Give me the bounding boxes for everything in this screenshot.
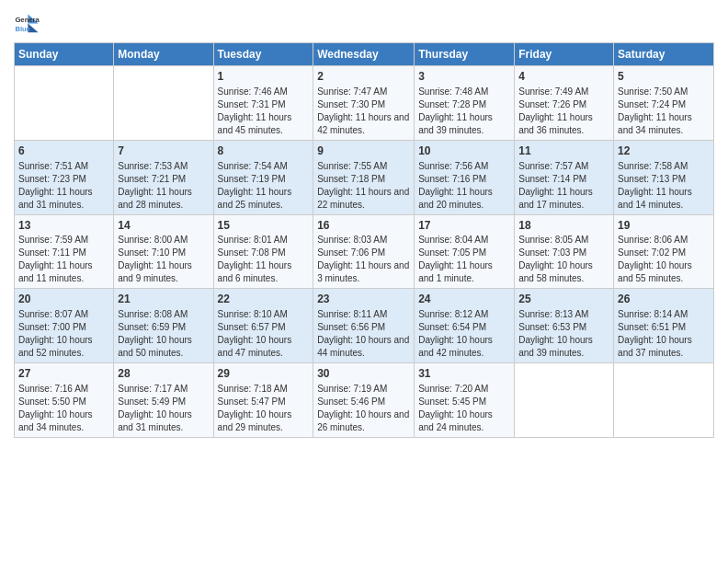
day-cell: 24Sunrise: 8:12 AMSunset: 6:54 PMDayligh… <box>415 289 515 363</box>
day-cell: 3Sunrise: 7:48 AMSunset: 7:28 PMDaylight… <box>415 66 515 141</box>
svg-text:General: General <box>15 16 40 24</box>
week-row-5: 27Sunrise: 7:16 AMSunset: 5:50 PMDayligh… <box>15 363 714 438</box>
week-row-2: 6Sunrise: 7:51 AMSunset: 7:23 PMDaylight… <box>15 140 714 214</box>
day-cell: 22Sunrise: 8:10 AMSunset: 6:57 PMDayligh… <box>213 289 313 363</box>
day-cell: 25Sunrise: 8:13 AMSunset: 6:53 PMDayligh… <box>515 289 614 363</box>
day-number: 1 <box>218 69 310 85</box>
day-cell: 29Sunrise: 7:18 AMSunset: 5:47 PMDayligh… <box>213 363 313 438</box>
day-number: 14 <box>118 218 209 234</box>
daylight-text: Daylight: 11 hours and 39 minutes. <box>418 111 510 137</box>
daylight-text: Daylight: 10 hours and 39 minutes. <box>518 334 609 360</box>
weekday-header-thursday: Thursday <box>415 43 515 66</box>
logo: General Blue <box>14 9 40 35</box>
day-cell: 16Sunrise: 8:03 AMSunset: 7:06 PMDayligh… <box>313 214 415 289</box>
sunrise-text: Sunrise: 8:13 AM <box>518 308 609 321</box>
day-number: 2 <box>317 69 410 85</box>
day-number: 28 <box>118 366 209 382</box>
day-cell: 4Sunrise: 7:49 AMSunset: 7:26 PMDaylight… <box>515 66 614 141</box>
cell-content: Sunrise: 8:00 AMSunset: 7:10 PMDaylight:… <box>118 234 209 285</box>
sunrise-text: Sunrise: 7:50 AM <box>618 86 710 98</box>
sunset-text: Sunset: 5:50 PM <box>18 396 109 408</box>
cell-content: Sunrise: 7:18 AMSunset: 5:47 PMDaylight:… <box>218 383 310 434</box>
day-cell <box>114 66 213 141</box>
sunrise-text: Sunrise: 8:07 AM <box>18 308 109 321</box>
day-cell: 14Sunrise: 8:00 AMSunset: 7:10 PMDayligh… <box>114 214 213 289</box>
sunset-text: Sunset: 7:05 PM <box>418 247 510 259</box>
cell-content: Sunrise: 7:47 AMSunset: 7:30 PMDaylight:… <box>317 86 410 137</box>
daylight-text: Daylight: 11 hours and 42 minutes. <box>317 111 410 137</box>
daylight-text: Daylight: 11 hours and 34 minutes. <box>618 111 710 137</box>
day-cell: 5Sunrise: 7:50 AMSunset: 7:24 PMDaylight… <box>614 66 714 141</box>
sunrise-text: Sunrise: 8:12 AM <box>418 308 510 321</box>
daylight-text: Daylight: 11 hours and 1 minute. <box>418 259 510 285</box>
sunset-text: Sunset: 7:02 PM <box>618 247 710 259</box>
cell-content: Sunrise: 8:13 AMSunset: 6:53 PMDaylight:… <box>518 308 609 360</box>
sunrise-text: Sunrise: 8:03 AM <box>317 234 410 247</box>
day-number: 24 <box>418 292 510 307</box>
sunrise-text: Sunrise: 8:01 AM <box>218 234 310 247</box>
cell-content: Sunrise: 8:11 AMSunset: 6:56 PMDaylight:… <box>317 308 410 360</box>
sunset-text: Sunset: 5:49 PM <box>118 396 209 408</box>
day-number: 20 <box>18 292 109 307</box>
day-number: 13 <box>18 218 109 234</box>
day-number: 25 <box>518 292 609 307</box>
day-number: 7 <box>118 144 209 159</box>
sunset-text: Sunset: 7:21 PM <box>118 173 209 186</box>
week-row-3: 13Sunrise: 7:59 AMSunset: 7:11 PMDayligh… <box>15 214 714 289</box>
day-number: 16 <box>317 218 410 234</box>
day-number: 10 <box>418 144 510 159</box>
sunset-text: Sunset: 7:19 PM <box>218 173 310 186</box>
day-number: 6 <box>18 144 109 159</box>
day-cell: 28Sunrise: 7:17 AMSunset: 5:49 PMDayligh… <box>114 363 213 438</box>
day-number: 21 <box>118 292 209 307</box>
day-cell: 21Sunrise: 8:08 AMSunset: 6:59 PMDayligh… <box>114 289 213 363</box>
sunrise-text: Sunrise: 7:20 AM <box>418 383 510 396</box>
calendar-table: SundayMondayTuesdayWednesdayThursdayFrid… <box>14 42 714 438</box>
sunset-text: Sunset: 7:26 PM <box>518 98 609 111</box>
sunrise-text: Sunrise: 7:56 AM <box>418 160 510 173</box>
sunset-text: Sunset: 7:23 PM <box>18 173 109 186</box>
daylight-text: Daylight: 11 hours and 20 minutes. <box>418 186 510 212</box>
weekday-header-monday: Monday <box>114 43 213 66</box>
daylight-text: Daylight: 10 hours and 50 minutes. <box>118 334 209 360</box>
day-number: 3 <box>418 69 510 85</box>
cell-content: Sunrise: 7:58 AMSunset: 7:13 PMDaylight:… <box>618 160 710 212</box>
daylight-text: Daylight: 11 hours and 3 minutes. <box>317 259 410 285</box>
day-number: 27 <box>18 366 109 382</box>
day-cell: 7Sunrise: 7:53 AMSunset: 7:21 PMDaylight… <box>114 140 213 214</box>
day-cell: 1Sunrise: 7:46 AMSunset: 7:31 PMDaylight… <box>213 66 313 141</box>
sunrise-text: Sunrise: 7:55 AM <box>317 160 410 173</box>
day-cell: 26Sunrise: 8:14 AMSunset: 6:51 PMDayligh… <box>614 289 714 363</box>
day-cell: 19Sunrise: 8:06 AMSunset: 7:02 PMDayligh… <box>614 214 714 289</box>
weekday-header-tuesday: Tuesday <box>213 43 313 66</box>
daylight-text: Daylight: 11 hours and 11 minutes. <box>18 259 109 285</box>
sunset-text: Sunset: 7:16 PM <box>418 173 510 186</box>
cell-content: Sunrise: 7:49 AMSunset: 7:26 PMDaylight:… <box>518 86 609 137</box>
sunrise-text: Sunrise: 7:58 AM <box>618 160 710 173</box>
cell-content: Sunrise: 7:19 AMSunset: 5:46 PMDaylight:… <box>317 383 410 434</box>
daylight-text: Daylight: 10 hours and 44 minutes. <box>317 334 410 360</box>
cell-content: Sunrise: 7:50 AMSunset: 7:24 PMDaylight:… <box>618 86 710 137</box>
cell-content: Sunrise: 8:12 AMSunset: 6:54 PMDaylight:… <box>418 308 510 360</box>
cell-content: Sunrise: 8:01 AMSunset: 7:08 PMDaylight:… <box>218 234 310 285</box>
daylight-text: Daylight: 10 hours and 47 minutes. <box>218 334 310 360</box>
day-cell: 31Sunrise: 7:20 AMSunset: 5:45 PMDayligh… <box>415 363 515 438</box>
cell-content: Sunrise: 7:46 AMSunset: 7:31 PMDaylight:… <box>218 86 310 137</box>
sunset-text: Sunset: 6:54 PM <box>418 321 510 334</box>
daylight-text: Daylight: 10 hours and 29 minutes. <box>218 408 310 434</box>
cell-content: Sunrise: 8:03 AMSunset: 7:06 PMDaylight:… <box>317 234 410 285</box>
sunrise-text: Sunrise: 7:53 AM <box>118 160 209 173</box>
sunrise-text: Sunrise: 7:57 AM <box>518 160 609 173</box>
daylight-text: Daylight: 11 hours and 36 minutes. <box>518 111 609 137</box>
day-number: 17 <box>418 218 510 234</box>
sunset-text: Sunset: 7:03 PM <box>518 247 609 259</box>
cell-content: Sunrise: 7:57 AMSunset: 7:14 PMDaylight:… <box>518 160 609 212</box>
svg-text:Blue: Blue <box>15 25 30 33</box>
daylight-text: Daylight: 10 hours and 55 minutes. <box>618 259 710 285</box>
day-cell <box>515 363 614 438</box>
sunrise-text: Sunrise: 7:19 AM <box>317 383 410 396</box>
daylight-text: Daylight: 10 hours and 58 minutes. <box>518 259 609 285</box>
daylight-text: Daylight: 11 hours and 25 minutes. <box>218 186 310 212</box>
day-cell: 8Sunrise: 7:54 AMSunset: 7:19 PMDaylight… <box>213 140 313 214</box>
sunset-text: Sunset: 6:59 PM <box>118 321 209 334</box>
